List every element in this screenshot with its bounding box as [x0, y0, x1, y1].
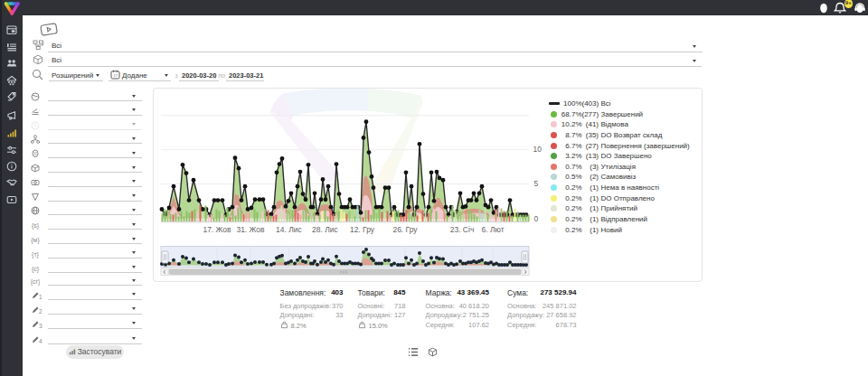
svg-text:12. Гру: 12. Гру: [350, 225, 375, 234]
svg-text:0: 0: [534, 214, 539, 223]
svg-text:{s}: {s}: [32, 222, 40, 230]
svg-text:23. Січ: 23. Січ: [450, 225, 475, 234]
svg-text:10: 10: [533, 145, 542, 154]
svg-text:6. Лют: 6. Лют: [481, 225, 504, 234]
svg-text:?: ?: [33, 123, 37, 128]
svg-text:{с}: {с}: [32, 265, 40, 272]
svg-text:{м}: {м}: [31, 237, 40, 244]
svg-text:26. Гру: 26. Гру: [392, 225, 418, 234]
svg-text:28. Лис: 28. Лис: [312, 225, 339, 234]
svg-text:14. Лис: 14. Лис: [276, 225, 303, 234]
svg-text:{т}: {т}: [32, 250, 40, 258]
svg-text:{сг}: {сг}: [31, 278, 40, 286]
svg-text:5: 5: [534, 179, 539, 188]
svg-text:31. Жов: 31. Жов: [236, 225, 265, 234]
svg-text:17. Жов: 17. Жов: [203, 225, 231, 234]
svg-text:17: 17: [113, 73, 118, 78]
